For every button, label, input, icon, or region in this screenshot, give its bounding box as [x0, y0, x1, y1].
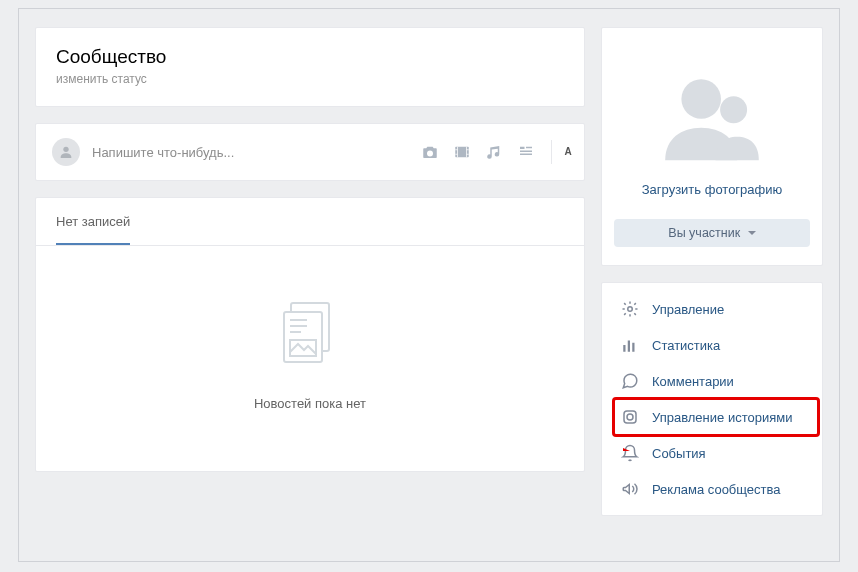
- menu-label: Управление историями: [652, 410, 792, 425]
- bell-icon: [620, 443, 640, 463]
- photo-icon[interactable]: [421, 143, 439, 161]
- chevron-down-icon: [748, 231, 756, 236]
- tab-no-posts[interactable]: Нет записей: [56, 198, 130, 245]
- megaphone-icon: [620, 479, 640, 499]
- upload-photo-link[interactable]: Загрузить фотографию: [642, 182, 783, 197]
- menu-label: Управление: [652, 302, 724, 317]
- music-icon[interactable]: [485, 143, 503, 161]
- menu-advertising[interactable]: Реклама сообщества: [602, 471, 822, 507]
- svg-rect-13: [632, 343, 634, 352]
- wall-card: Нет записей Новостей пока нет: [35, 197, 585, 472]
- menu-label: События: [652, 446, 706, 461]
- svg-rect-11: [623, 345, 625, 352]
- divider: [551, 140, 552, 164]
- empty-text: Новостей пока нет: [36, 396, 584, 411]
- wall-tabs: Нет записей: [36, 198, 584, 246]
- svg-point-10: [628, 307, 633, 312]
- photo-card: Загрузить фотографию Вы участник: [601, 27, 823, 266]
- menu-statistics[interactable]: Статистика: [602, 327, 822, 363]
- stats-icon: [620, 335, 640, 355]
- story-icon: [620, 407, 640, 427]
- menu-label: Статистика: [652, 338, 720, 353]
- post-composer[interactable]: A: [35, 123, 585, 181]
- empty-docs-icon: [283, 350, 337, 367]
- member-status-button[interactable]: Вы участник: [614, 219, 810, 247]
- user-avatar-icon: [52, 138, 80, 166]
- manage-menu: Управление Статистика Комментарии Управл…: [601, 282, 823, 516]
- compose-input[interactable]: [92, 145, 421, 160]
- member-status-label: Вы участник: [668, 226, 740, 240]
- gear-icon: [620, 299, 640, 319]
- community-title: Сообщество: [56, 46, 564, 68]
- empty-state: Новостей пока нет: [36, 246, 584, 471]
- change-status-link[interactable]: изменить статус: [56, 72, 564, 86]
- comment-icon: [620, 371, 640, 391]
- svg-point-15: [627, 414, 633, 420]
- community-header: Сообщество изменить статус: [35, 27, 585, 107]
- menu-story-management[interactable]: Управление историями: [602, 399, 822, 435]
- video-icon[interactable]: [453, 143, 471, 161]
- article-icon[interactable]: [517, 143, 535, 161]
- svg-point-8: [681, 79, 721, 119]
- menu-manage[interactable]: Управление: [602, 291, 822, 327]
- menu-comments[interactable]: Комментарии: [602, 363, 822, 399]
- menu-label: Комментарии: [652, 374, 734, 389]
- menu-events[interactable]: События: [602, 435, 822, 471]
- svg-point-9: [720, 96, 747, 123]
- svg-point-0: [63, 147, 68, 152]
- svg-rect-14: [624, 411, 636, 423]
- menu-label: Реклама сообщества: [652, 482, 781, 497]
- svg-rect-12: [628, 341, 630, 352]
- community-avatar-placeholder-icon: [602, 72, 822, 162]
